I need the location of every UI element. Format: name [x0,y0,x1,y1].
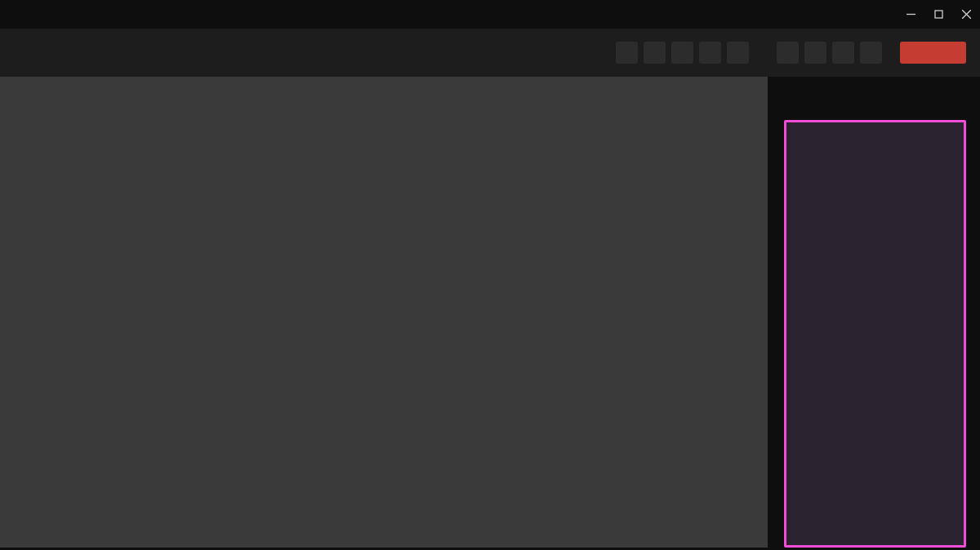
maximize-button[interactable] [924,0,952,29]
minimize-button[interactable] [897,0,924,29]
primary-action-button[interactable] [900,42,966,64]
toolbar-button-9[interactable] [860,42,882,64]
toolbar-button-4[interactable] [699,42,721,64]
side-panel[interactable] [784,120,966,548]
toolbar-button-3[interactable] [671,42,693,64]
toolbar-button-1[interactable] [616,42,638,64]
maximize-icon [934,10,943,19]
toolbar-group-2 [777,42,882,64]
toolbar-button-8[interactable] [832,42,854,64]
toolbar-group-1 [616,42,749,64]
main-canvas[interactable] [0,77,768,548]
svg-rect-1 [935,11,942,18]
close-button[interactable] [952,0,980,29]
close-icon [962,10,971,19]
toolbar-button-5[interactable] [727,42,749,64]
window-titlebar [0,0,980,29]
toolbar-button-2[interactable] [644,42,666,64]
toolbar [0,29,980,77]
toolbar-button-7[interactable] [804,42,826,64]
toolbar-button-6[interactable] [777,42,799,64]
minimize-icon [906,10,915,19]
